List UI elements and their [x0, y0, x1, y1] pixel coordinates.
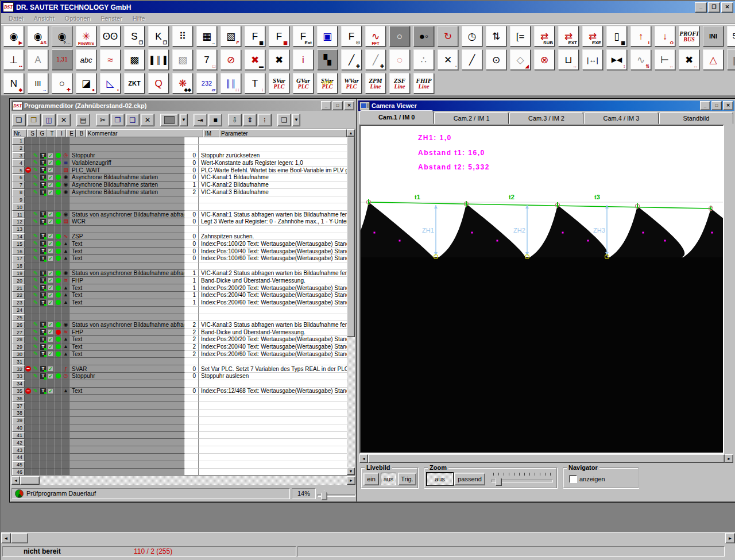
column-header-nr[interactable]: Nr.	[12, 129, 27, 137]
column-header-im[interactable]: IM	[203, 129, 219, 137]
menu-fenster[interactable]: Fenster	[95, 14, 127, 23]
overlap-region-button[interactable]: ▧	[172, 49, 193, 70]
svar-plc-button[interactable]: SVarPLC	[269, 73, 289, 94]
stopwatch-button[interactable]: ◷	[462, 26, 482, 47]
program-step-row[interactable]: 8✎T✓◉Asynchrone Bildaufnahme starten2VIC…	[12, 189, 347, 196]
column-header-i[interactable]: I	[56, 129, 66, 137]
livebild-trig-button[interactable]: Trig.	[398, 473, 416, 485]
menu-datei[interactable]: Datei	[3, 14, 29, 23]
tab-cam-3-im-2[interactable]: Cam.3 / IM 2	[509, 112, 583, 124]
ext-call-button[interactable]: ⇄EXT	[558, 26, 579, 47]
program-step-row[interactable]: 20✎T✓≋FHP1Band-Dicke und Überstand-Verme…	[12, 277, 347, 284]
stop-mark-button[interactable]: ■	[208, 114, 222, 126]
angle-button[interactable]: △	[703, 49, 724, 70]
slider-thumb[interactable]	[321, 490, 327, 500]
program-step-row[interactable]: 11✎T✓◉Status von asynchroner Bildaufnahm…	[12, 211, 347, 218]
program-step-row[interactable]: 33✎T✓◷Stoppuhr0Stoppuhr auslesen	[12, 373, 347, 380]
erase-tool-button[interactable]: ✖▬	[245, 49, 265, 70]
program-step-row[interactable]: 43	[12, 446, 347, 454]
circle-center-button[interactable]: ⊙	[486, 49, 506, 70]
f-grid-red-button[interactable]: F▦	[269, 26, 289, 47]
scroll-up-icon[interactable]: ▲	[347, 129, 355, 137]
camera-maximize-button[interactable]: □	[711, 101, 722, 110]
minimize-button[interactable]: _	[695, 2, 707, 13]
program-step-row[interactable]: 29✎T✓▲Text2Index:Pos:200/40 Text: Wertau…	[12, 343, 347, 351]
column-header-s[interactable]: S	[27, 129, 37, 137]
scroll-left-icon[interactable]: ◄	[11, 476, 20, 485]
program-step-row[interactable]: 24	[12, 307, 347, 314]
circle-points-button[interactable]: ○✚	[52, 73, 72, 94]
editor-close-button[interactable]: ✕	[344, 101, 354, 110]
zsf-line-button[interactable]: ZSFLine	[389, 73, 410, 94]
move-down-button[interactable]: ⇩	[228, 114, 242, 126]
point-chain-gray-button[interactable]: ╱✚	[365, 49, 386, 70]
program-step-row[interactable]: 2	[12, 145, 347, 152]
vertical-scroll-thumb[interactable]	[347, 137, 355, 337]
program-step-row[interactable]: 30✎T✓▲Text2Index:Pos:200/60 Text: Wertau…	[12, 351, 347, 358]
terminal-button[interactable]: ▯▦	[606, 26, 627, 47]
copy-button[interactable]: ❐	[111, 114, 125, 126]
font-button[interactable]: A	[28, 49, 48, 70]
restore-button[interactable]: ❐	[708, 2, 720, 13]
mirror-diamond-button[interactable]: ◇◢	[510, 49, 531, 70]
balance-button[interactable]: ⊥▪▪	[3, 49, 24, 70]
editor-zoom-slider[interactable]	[318, 486, 355, 500]
program-step-row[interactable]: 44	[12, 454, 347, 461]
editor-maximize-button[interactable]: □	[332, 101, 343, 110]
program-step-row[interactable]: 46	[12, 469, 347, 475]
column-header-g[interactable]: G	[37, 129, 47, 137]
info-button[interactable]: i	[293, 49, 314, 70]
camera-zoom-slider[interactable]	[491, 472, 553, 486]
editor-minimize-button[interactable]: _	[321, 101, 331, 110]
barcode-button[interactable]: ▌║▐	[148, 49, 169, 70]
program-step-row[interactable]: 21✎T✓▲Text1Index:Pos:200/20 Text: Wertau…	[12, 284, 347, 292]
zpm-line-button[interactable]: ZPMLine	[365, 73, 386, 94]
region-shift-button[interactable]: ▧↱	[220, 26, 241, 47]
shape-blob-button[interactable]: ◪●	[76, 73, 96, 94]
new-program-button[interactable]: ❏	[12, 114, 26, 126]
barcode-sync-button[interactable]: ║║↓↓	[220, 73, 241, 94]
color-picker-button[interactable]	[160, 114, 179, 126]
camera-record-button[interactable]: ◉▶	[3, 26, 24, 47]
gap-measure-button[interactable]: ⊔↔	[558, 49, 579, 70]
program-step-row[interactable]: 3✎T✓◷Stoppuhr0Stoppuhr zurücksetzen	[12, 152, 347, 160]
program-step-row[interactable]: 26✎T✓◉Status von asynchroner Bildaufnahm…	[12, 321, 347, 329]
t-probe-button[interactable]: T↓	[245, 73, 265, 94]
program-step-row[interactable]: 6✎T✓◉Asynchrone Bildaufnahme starten0VIC…	[12, 174, 347, 181]
profibus-button[interactable]: PROFIBUS	[679, 26, 699, 47]
program-step-row[interactable]: 34	[12, 380, 347, 388]
new-step-button[interactable]: ❏	[277, 114, 291, 126]
column-header-t[interactable]: T	[47, 129, 56, 137]
column-header-kommentar[interactable]: Kommentar	[86, 129, 203, 137]
color-picker-button-dropdown[interactable]: ▼	[180, 114, 188, 126]
program-step-row[interactable]: 38	[12, 410, 347, 417]
print-button[interactable]: ▤	[76, 114, 90, 126]
program-step-row[interactable]: 12✎T✓▤WCR0Legt 3 Werte auf Register: 0 -…	[12, 218, 347, 226]
close-button[interactable]: ✕	[721, 2, 733, 13]
f-table-button[interactable]: F▦	[245, 26, 265, 47]
slider-thumb[interactable]	[496, 476, 502, 486]
quality-check-button[interactable]: Q	[148, 73, 169, 94]
program-step-row[interactable]: 28✎T✓▲Text2Index:Pos:200/20 Text: Wertau…	[12, 336, 347, 343]
mdi-horizontal-scrollbar[interactable]: ◄ ►	[1, 532, 735, 544]
program-step-row[interactable]: 18	[12, 262, 347, 270]
k-buffer-button[interactable]: K❐	[148, 26, 169, 47]
scroll-down-icon[interactable]: ▼	[347, 468, 355, 475]
nested-frames-button[interactable]: ▣	[317, 26, 338, 47]
camera-as-button[interactable]: ◉AS	[28, 26, 48, 47]
zkt-button[interactable]: ZKT	[124, 73, 145, 94]
program-step-row[interactable]: 31	[12, 358, 347, 365]
program-step-row[interactable]: 37	[12, 402, 347, 410]
program-step-row[interactable]: 42	[12, 439, 347, 446]
edge-pair-button[interactable]: N◆	[3, 73, 24, 94]
column-header-parameter[interactable]: Parameter	[219, 129, 347, 137]
menu-hilfe[interactable]: Hilfe	[127, 14, 150, 23]
program-step-row[interactable]: 9	[12, 196, 347, 204]
width-measure-button[interactable]: |↔|	[582, 49, 603, 70]
firewire-button[interactable]: ✳FireWire	[76, 26, 96, 47]
camera-close-button[interactable]: ✕	[723, 101, 733, 110]
tab-standbild[interactable]: Standbild	[659, 112, 733, 124]
menu-optionen[interactable]: Optionen	[60, 14, 96, 23]
tab-cam-1-im-0[interactable]: Cam.1 / IM 0	[359, 110, 434, 124]
height-triangle-button[interactable]: ◺▪	[100, 73, 121, 94]
